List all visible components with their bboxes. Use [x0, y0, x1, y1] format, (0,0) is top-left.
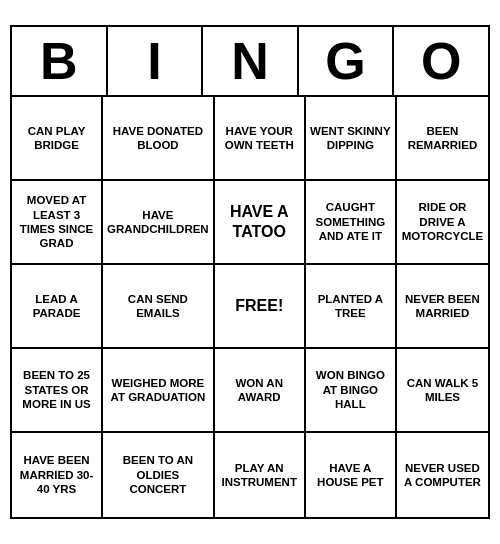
- bingo-cell-13: PLANTED A TREE: [306, 265, 397, 349]
- bingo-cell-19: CAN WALK 5 MILES: [397, 349, 488, 433]
- bingo-cell-14: NEVER BEEN MARRIED: [397, 265, 488, 349]
- bingo-cell-12: FREE!: [215, 265, 306, 349]
- bingo-cell-6: HAVE GRANDCHILDREN: [103, 181, 215, 265]
- bingo-letter-o: O: [394, 27, 488, 95]
- bingo-cell-1: HAVE DONATED BLOOD: [103, 97, 215, 181]
- bingo-cell-22: PLAY AN INSTRUMENT: [215, 433, 306, 517]
- bingo-cell-0: CAN PLAY BRIDGE: [12, 97, 103, 181]
- bingo-header: BINGO: [12, 27, 488, 97]
- bingo-letter-g: G: [299, 27, 395, 95]
- bingo-cell-5: MOVED AT LEAST 3 TIMES SINCE GRAD: [12, 181, 103, 265]
- bingo-cell-17: WON AN AWARD: [215, 349, 306, 433]
- bingo-cell-3: WENT SKINNY DIPPING: [306, 97, 397, 181]
- bingo-cell-4: BEEN REMARRIED: [397, 97, 488, 181]
- bingo-cell-16: WEIGHED MORE AT GRADUATION: [103, 349, 215, 433]
- bingo-cell-9: RIDE OR DRIVE A MOTORCYCLE: [397, 181, 488, 265]
- bingo-cell-20: HAVE BEEN MARRIED 30-40 YRS: [12, 433, 103, 517]
- bingo-cell-2: HAVE YOUR OWN TEETH: [215, 97, 306, 181]
- bingo-grid: CAN PLAY BRIDGEHAVE DONATED BLOODHAVE YO…: [12, 97, 488, 517]
- bingo-card: BINGO CAN PLAY BRIDGEHAVE DONATED BLOODH…: [10, 25, 490, 519]
- bingo-cell-21: BEEN TO AN OLDIES CONCERT: [103, 433, 215, 517]
- bingo-cell-8: CAUGHT SOMETHING AND ATE IT: [306, 181, 397, 265]
- bingo-cell-18: WON BINGO AT BINGO HALL: [306, 349, 397, 433]
- bingo-cell-10: LEAD A PARADE: [12, 265, 103, 349]
- bingo-letter-n: N: [203, 27, 299, 95]
- bingo-cell-11: CAN SEND EMAILS: [103, 265, 215, 349]
- bingo-cell-24: NEVER USED A COMPUTER: [397, 433, 488, 517]
- bingo-cell-15: BEEN TO 25 STATES OR MORE IN US: [12, 349, 103, 433]
- bingo-cell-23: HAVE A HOUSE PET: [306, 433, 397, 517]
- bingo-letter-i: I: [108, 27, 204, 95]
- bingo-letter-b: B: [12, 27, 108, 95]
- bingo-cell-7: HAVE A TATOO: [215, 181, 306, 265]
